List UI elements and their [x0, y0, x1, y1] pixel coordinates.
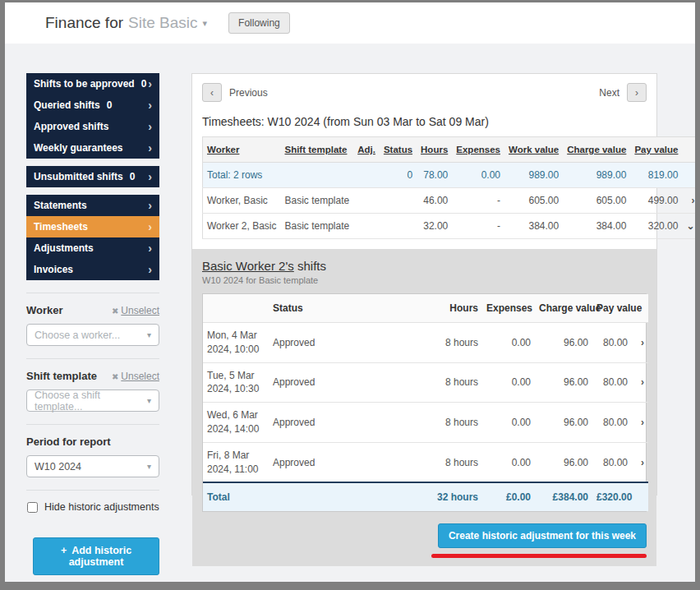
cell-hours: 46.00	[417, 188, 452, 214]
period-select[interactable]: W10 2024 ▾	[26, 455, 159, 477]
cell-work-value: 605.00	[504, 188, 563, 214]
total-pay-value: £320.00	[592, 482, 632, 511]
site-selector[interactable]: Site Basic	[128, 14, 197, 32]
close-icon: ✖	[112, 307, 118, 316]
sidebar-item-queried-shifts[interactable]: Queried shifts 0 ›	[26, 94, 159, 116]
column-header-pay-value[interactable]: Pay value	[630, 137, 682, 163]
column-header-charge-value: Charge value	[535, 294, 592, 323]
sidebar-item-approved-shifts[interactable]: Approved shifts ›	[26, 116, 159, 137]
cell-hours: 32.00	[417, 214, 452, 239]
chevron-right-icon: ›	[148, 121, 152, 132]
sidebar-item-timesheets[interactable]: Timesheets ›	[26, 216, 159, 237]
worker-name-link[interactable]: Basic Worker 2's	[202, 259, 294, 273]
expand-row-chevron-right-icon[interactable]: ›	[682, 188, 699, 214]
sidebar-item-weekly-guarantees[interactable]: Weekly guarantees ›	[26, 137, 159, 159]
table-row-worker-2-basic[interactable]: Worker 2, Basic Basic template 32.00 - 3…	[203, 214, 700, 239]
shift-template-select-placeholder: Choose a shift template...	[35, 389, 147, 413]
shift-row[interactable]: Mon, 4 Mar 2024, 10:00 Approved 8 hours …	[203, 323, 648, 363]
cell-pay-value: 499.00	[630, 188, 682, 214]
shift-row-chevron-right-icon[interactable]: ›	[632, 362, 648, 403]
sidebar-item-unsubmitted-shifts[interactable]: Unsubmitted shifts 0 ›	[26, 166, 159, 187]
count-badge: 0	[130, 171, 136, 182]
cell-status: Approved	[269, 323, 420, 363]
sidebar-item-label: Statements	[34, 200, 87, 211]
shift-row-chevron-right-icon[interactable]: ›	[632, 442, 648, 482]
sidebar-item-label: Timesheets	[34, 221, 88, 233]
detail-header-row: Status Hours Expenses Charge value Pay v…	[203, 294, 648, 323]
shift-row[interactable]: Fri, 8 Mar 2024, 11:00 Approved 8 hours …	[203, 442, 648, 482]
unselect-label: Unselect	[121, 371, 159, 382]
page-title: Finance for	[45, 14, 123, 32]
total-charge-value: 989.00	[563, 163, 630, 188]
cell-status: Approved	[269, 442, 420, 482]
total-label: Total: 2 rows	[203, 163, 281, 188]
column-header-date	[203, 294, 269, 323]
shift-row-chevron-right-icon[interactable]: ›	[632, 323, 648, 363]
sidebar-item-invoices[interactable]: Invoices ›	[26, 259, 159, 280]
total-hours: 78.00	[417, 163, 452, 188]
add-historic-adjustment-button[interactable]: +Add historic adjustment	[33, 537, 159, 575]
column-header-work-value[interactable]: Work value	[504, 137, 563, 163]
sidebar-item-label: Shifts to be approved	[34, 78, 135, 90]
sidebar-item-adjustments[interactable]: Adjustments ›	[26, 237, 159, 259]
column-header-status[interactable]: Status	[380, 137, 417, 163]
cell-date: Wed, 6 Mar 2024, 14:00	[203, 403, 269, 443]
timesheets-panel: ‹ Previous Next › Timesheets: W10 2024 (…	[191, 73, 657, 496]
shift-row[interactable]: Tue, 5 Mar 2024, 10:30 Approved 8 hours …	[203, 362, 648, 403]
next-button[interactable]: ›	[627, 83, 647, 102]
detail-totals-row: Total 32 hours £0.00 £384.00 £320.00	[203, 482, 648, 511]
cell-charge-value: 96.00	[535, 362, 592, 403]
worker-select-placeholder: Choose a worker...	[35, 330, 120, 341]
sidebar-item-label: Queried shifts	[34, 99, 100, 111]
sidebar: Shifts to be approved 0 › Queried shifts…	[26, 73, 159, 588]
cell-worker: Worker 2, Basic	[203, 214, 281, 239]
cell-status: Approved	[269, 362, 420, 403]
worker-shifts-detail-section: Basic Worker 2's shifts W10 2024 for Bas…	[192, 249, 656, 566]
shift-template-unselect-link[interactable]: ✖Unselect	[112, 371, 159, 382]
column-header-shift-template[interactable]: Shift template	[280, 137, 353, 163]
column-header-hours: Hours	[420, 294, 482, 323]
caret-down-icon: ▾	[147, 396, 151, 405]
cell-hours: 8 hours	[420, 403, 482, 443]
sidebar-item-shifts-to-be-approved[interactable]: Shifts to be approved 0 ›	[26, 73, 159, 94]
cell-expenses: 0.00	[482, 362, 535, 403]
detail-title: Basic Worker 2's shifts	[202, 259, 647, 273]
previous-button[interactable]: ‹	[202, 83, 222, 102]
sidebar-item-statements[interactable]: Statements ›	[26, 195, 159, 216]
cell-expenses: 0.00	[482, 442, 535, 482]
table-row-worker-basic[interactable]: Worker, Basic Basic template 46.00 - 605…	[203, 188, 700, 214]
cell-pay-value: 80.00	[592, 442, 632, 482]
cell-charge-value: 384.00	[563, 214, 630, 239]
total-label: Total	[203, 482, 269, 511]
period-select-value: W10 2024	[35, 461, 81, 472]
column-header-expenses[interactable]: Expenses	[452, 137, 504, 163]
timesheets-week-title: Timesheets: W10 2024 (from Sun 03 Mar to…	[202, 115, 647, 128]
shift-row[interactable]: Wed, 6 Mar 2024, 14:00 Approved 8 hours …	[203, 403, 648, 443]
cell-hours: 8 hours	[420, 362, 482, 403]
chevron-right-icon: ›	[148, 200, 152, 211]
chevron-right-icon: ›	[148, 78, 152, 90]
column-header-adj[interactable]: Adj.	[353, 137, 380, 163]
collapse-row-chevron-down-icon[interactable]: ⌄	[682, 214, 699, 239]
cell-expenses: -	[452, 214, 504, 239]
total-work-value: 989.00	[504, 163, 563, 188]
site-caret-down-icon[interactable]: ▾	[203, 18, 208, 29]
chevron-right-icon: ›	[148, 142, 152, 154]
cell-hours: 8 hours	[420, 442, 482, 482]
create-historic-adjustment-button[interactable]: Create historic adjustment for this week	[438, 523, 647, 548]
sidebar-group-unsubmitted: Unsubmitted shifts 0 ›	[26, 166, 159, 187]
shift-template-select[interactable]: Choose a shift template... ▾	[26, 389, 159, 412]
column-header-hours[interactable]: Hours	[417, 137, 452, 163]
worker-unselect-link[interactable]: ✖Unselect	[112, 305, 159, 316]
cell-pay-value: 80.00	[592, 362, 632, 403]
worker-select[interactable]: Choose a worker... ▾	[26, 324, 159, 346]
shift-row-chevron-right-icon[interactable]: ›	[632, 403, 648, 443]
hide-historic-adjustments-checkbox[interactable]	[27, 502, 38, 513]
column-header-charge-value[interactable]: Charge value	[563, 137, 630, 163]
following-button[interactable]: Following	[228, 12, 290, 34]
cell-charge-value: 605.00	[563, 188, 630, 214]
chevron-right-icon: ›	[148, 171, 152, 182]
divider	[26, 424, 159, 425]
column-header-worker[interactable]: Worker	[203, 137, 281, 163]
cell-expenses: 0.00	[482, 403, 535, 443]
